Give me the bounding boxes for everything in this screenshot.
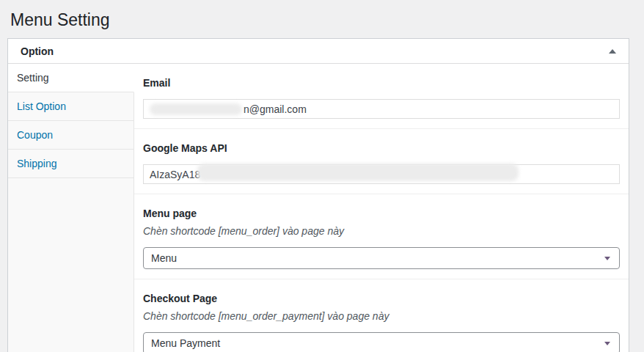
admin-page: Menu Setting Option Setting List Option …	[0, 0, 644, 352]
email-input-value: n@gmail.com	[244, 103, 307, 115]
option-panel-header: Option	[8, 39, 629, 64]
tab-coupon[interactable]: Coupon	[8, 121, 134, 150]
option-panel-body: Setting List Option Coupon Shipping Emai…	[8, 64, 629, 352]
dropdown-arrow-icon	[604, 257, 610, 260]
checkout-page-section: Checkout Page Chèn shortcode [menu_order…	[134, 279, 629, 352]
page-title: Menu Setting	[0, 0, 644, 31]
option-panel: Option Setting List Option Coupon Shippi…	[7, 38, 629, 352]
tab-setting[interactable]: Setting	[8, 64, 134, 92]
settings-tab-list: Setting List Option Coupon Shipping	[8, 64, 134, 352]
dropdown-arrow-icon	[604, 342, 610, 345]
email-input[interactable]: n@gmail.com	[143, 99, 620, 119]
google-maps-api-input[interactable]: AIzaSyA18	[143, 164, 620, 184]
menu-page-section: Menu page Chèn shortcode [menu_order] và…	[134, 194, 629, 279]
tab-list-option[interactable]: List Option	[8, 92, 134, 121]
google-maps-api-section: Google Maps API AIzaSyA18	[134, 129, 629, 194]
redacted-api-key-blur	[197, 164, 519, 181]
tab-shipping[interactable]: Shipping	[8, 150, 134, 178]
google-maps-api-value: AIzaSyA18	[150, 169, 200, 180]
menu-page-selected-value: Menu	[151, 252, 177, 264]
redacted-email-blur	[150, 103, 242, 115]
tab-list-filler	[8, 178, 134, 352]
checkout-page-description: Chèn shortcode [menu_order_payment] vào …	[143, 310, 620, 323]
email-label: Email	[143, 76, 620, 89]
panel-collapse-button[interactable]	[599, 40, 626, 62]
checkout-page-label: Checkout Page	[143, 292, 620, 305]
option-panel-title: Option	[21, 45, 54, 57]
checkout-page-selected-value: Menu Payment	[151, 337, 220, 349]
email-section: Email n@gmail.com	[134, 64, 629, 129]
collapse-up-arrow-icon	[609, 49, 616, 54]
menu-page-select[interactable]: Menu	[143, 247, 620, 269]
google-maps-api-label: Google Maps API	[143, 142, 620, 155]
menu-page-label: Menu page	[143, 207, 620, 220]
menu-page-description: Chèn shortcode [menu_order] vào page này	[143, 225, 620, 238]
checkout-page-select[interactable]: Menu Payment	[143, 332, 620, 352]
setting-form: Email n@gmail.com Google Maps API AIzaSy…	[134, 64, 629, 352]
